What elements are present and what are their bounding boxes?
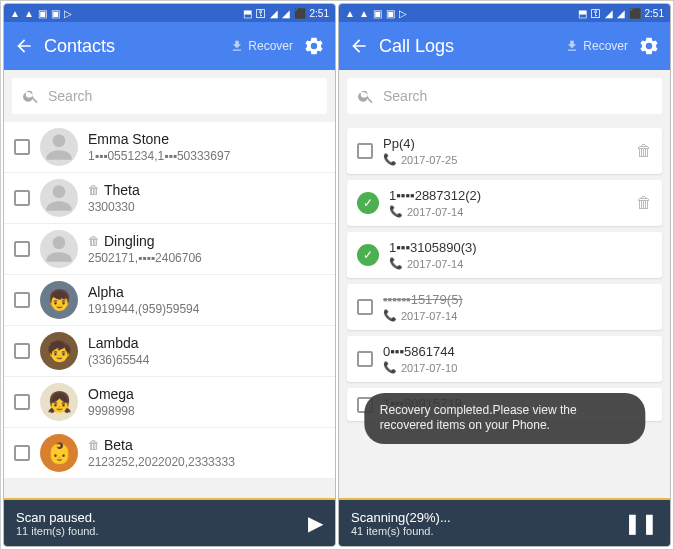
settings-button[interactable] (638, 35, 660, 57)
search-input[interactable]: Search (347, 78, 662, 114)
back-button[interactable] (14, 36, 34, 56)
log-text: ▪▪▪▪▪▪15179(5) 📞2017-07-14 (383, 292, 652, 322)
battery-icon: ⬛ (629, 8, 641, 19)
phone-icon: 📞 (389, 205, 403, 218)
battery-icon: ⬛ (294, 8, 306, 19)
log-title: ▪▪▪▪▪▪15179(5) (383, 292, 652, 307)
settings-button[interactable] (303, 35, 325, 57)
avatar: 👦 (40, 281, 78, 319)
checkbox[interactable] (14, 445, 30, 461)
checkbox[interactable] (14, 394, 30, 410)
call-log-card[interactable]: 0▪▪▪5861744 📞2017-07-10 (347, 336, 662, 382)
contact-text: Alpha 1919944,(959)59594 (88, 284, 325, 316)
toast-message: Recovery completed.Please view the recov… (364, 393, 645, 444)
trash-icon: 🗑 (88, 438, 100, 452)
status-sub: 11 item(s) found. (16, 525, 99, 537)
wifi-icon: ◢ (605, 8, 613, 19)
contact-name: Lambda (88, 335, 139, 351)
checkbox[interactable] (14, 292, 30, 308)
trash-icon[interactable]: 🗑 (636, 194, 652, 212)
checkbox[interactable] (357, 299, 373, 315)
log-date: 2017-07-25 (401, 154, 457, 166)
call-log-card[interactable]: ✓ 1▪▪▪▪2887312(2) 📞2017-07-14 🗑 (347, 180, 662, 226)
log-date: 2017-07-14 (407, 258, 463, 270)
contact-text: 🗑Beta 2123252,2022020,2333333 (88, 437, 325, 469)
contact-row[interactable]: 🧒 Lambda (336)65544 (4, 326, 335, 377)
contact-row[interactable]: 👦 Alpha 1919944,(959)59594 (4, 275, 335, 326)
vpn-icon: ⬒ (578, 8, 587, 19)
contact-text: 🗑Dingling 2502171,▪▪▪▪2406706 (88, 233, 325, 265)
wifi-icon: ◢ (270, 8, 278, 19)
contact-row[interactable]: 👶 🗑Beta 2123252,2022020,2333333 (4, 428, 335, 479)
contact-row[interactable]: 👧 Omega 9998998 (4, 377, 335, 428)
clock-text: 2:51 (310, 8, 329, 19)
checked-icon[interactable]: ✓ (357, 244, 379, 266)
trash-icon[interactable]: 🗑 (636, 142, 652, 160)
log-text: 1▪▪▪▪2887312(2) 📞2017-07-14 (389, 188, 626, 218)
status-title: Scanning(29%)... (351, 510, 451, 525)
status-bar: ▲ ▲ ▣ ▣ ▷ ⬒ ⚿ ◢ ◢ ⬛ 2:51 (339, 4, 670, 22)
vpn-icon: ⬒ (243, 8, 252, 19)
phone-icon: 📞 (383, 361, 397, 374)
notification-icon: ▲ (10, 8, 20, 19)
phone-icon: 📞 (383, 309, 397, 322)
contact-sub: 1▪▪▪0551234,1▪▪▪50333697 (88, 149, 325, 163)
log-title: Pp(4) (383, 136, 626, 151)
contact-list[interactable]: Emma Stone 1▪▪▪0551234,1▪▪▪50333697 🗑The… (4, 122, 335, 498)
call-log-card[interactable]: ▪▪▪▪▪▪15179(5) 📞2017-07-14 (347, 284, 662, 330)
call-log-list[interactable]: Pp(4) 📞2017-07-25 🗑 ✓ 1▪▪▪▪2887312(2) 📞2… (339, 122, 670, 498)
notification-icon: ▷ (64, 8, 72, 19)
avatar: 👶 (40, 434, 78, 472)
contact-row[interactable]: 🗑Theta 3300330 (4, 173, 335, 224)
recover-button[interactable]: Recover (230, 39, 293, 53)
contact-row[interactable]: Emma Stone 1▪▪▪0551234,1▪▪▪50333697 (4, 122, 335, 173)
recover-button[interactable]: Recover (565, 39, 628, 53)
page-title: Call Logs (379, 36, 555, 57)
log-title: 1▪▪▪3105890(3) (389, 240, 652, 255)
bottom-bar: Scan paused. 11 item(s) found. ▶ (4, 498, 335, 546)
search-placeholder: Search (383, 88, 427, 104)
contact-text: 🗑Theta 3300330 (88, 182, 325, 214)
checkbox[interactable] (14, 190, 30, 206)
page-title: Contacts (44, 36, 220, 57)
key-icon: ⚿ (591, 8, 601, 19)
contact-row[interactable]: 🗑Dingling 2502171,▪▪▪▪2406706 (4, 224, 335, 275)
resume-button[interactable]: ▶ (308, 511, 323, 535)
signal-icon: ◢ (282, 8, 290, 19)
contact-text: Emma Stone 1▪▪▪0551234,1▪▪▪50333697 (88, 131, 325, 163)
notification-icon: ▣ (51, 8, 60, 19)
status-title: Scan paused. (16, 510, 99, 525)
contact-name: Theta (104, 182, 140, 198)
log-text: Pp(4) 📞2017-07-25 (383, 136, 626, 166)
notification-icon: ▣ (38, 8, 47, 19)
status-bar: ▲ ▲ ▣ ▣ ▷ ⬒ ⚿ ◢ ◢ ⬛ 2:51 (4, 4, 335, 22)
checked-icon[interactable]: ✓ (357, 192, 379, 214)
search-placeholder: Search (48, 88, 92, 104)
log-date: 2017-07-14 (401, 310, 457, 322)
checkbox[interactable] (357, 143, 373, 159)
call-log-card[interactable]: ✓ 1▪▪▪3105890(3) 📞2017-07-14 (347, 232, 662, 278)
search-input[interactable]: Search (12, 78, 327, 114)
search-icon (22, 87, 40, 105)
avatar (40, 230, 78, 268)
checkbox[interactable] (357, 351, 373, 367)
contact-text: Lambda (336)65544 (88, 335, 325, 367)
contact-sub: 1919944,(959)59594 (88, 302, 325, 316)
download-icon (565, 39, 579, 53)
clock-text: 2:51 (645, 8, 664, 19)
contact-name: Omega (88, 386, 134, 402)
checkbox[interactable] (14, 343, 30, 359)
notification-icon: ▣ (373, 8, 382, 19)
notification-icon: ▷ (399, 8, 407, 19)
contact-sub: 3300330 (88, 200, 325, 214)
checkbox[interactable] (14, 241, 30, 257)
notification-icon: ▲ (359, 8, 369, 19)
contact-sub: (336)65544 (88, 353, 325, 367)
checkbox[interactable] (14, 139, 30, 155)
back-button[interactable] (349, 36, 369, 56)
call-log-card[interactable]: Pp(4) 📞2017-07-25 🗑 (347, 128, 662, 174)
pause-button[interactable]: ❚❚ (624, 511, 658, 535)
phone-icon: 📞 (383, 153, 397, 166)
bottom-bar: Scanning(29%)... 41 item(s) found. ❚❚ (339, 498, 670, 546)
avatar (40, 128, 78, 166)
